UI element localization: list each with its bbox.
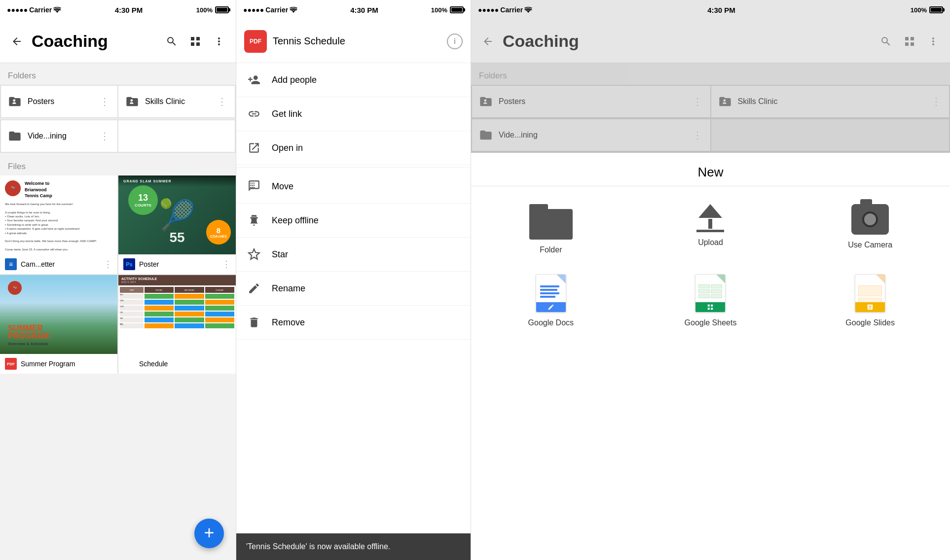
folder-item-video-training[interactable]: Vide...ining ⋮ <box>1 120 117 152</box>
sched-r2c1 <box>145 300 174 305</box>
more-button-left[interactable] <box>210 33 228 50</box>
status-carrier-left: ●●●●● Carrier <box>7 6 61 14</box>
gslides-shape <box>855 274 885 313</box>
sched-r6c2 <box>175 323 204 328</box>
menu-label-move: Move <box>272 181 293 192</box>
menu-item-remove[interactable]: Remove <box>236 306 471 340</box>
menu-divider-1 <box>236 167 471 168</box>
file-footer-schedule: Schedule <box>118 354 236 374</box>
new-item-upload[interactable]: Upload <box>631 194 791 264</box>
right-header: Coaching <box>471 20 950 63</box>
new-gslides-label: Google Slides <box>845 318 895 327</box>
gsheets-bar-icon <box>707 304 714 311</box>
right-folder-more-posters: ⋮ <box>691 94 704 109</box>
new-item-camera[interactable]: Use Camera <box>790 194 950 264</box>
pin-icon <box>246 212 262 228</box>
gsheets-green-bar <box>695 302 725 312</box>
folder-body <box>529 209 573 240</box>
file-item-schedule[interactable]: ACTIVITY SCHEDULE AUG 3, 2014 TIME FRIDA… <box>118 275 236 374</box>
right-folder-empty <box>711 119 950 151</box>
gslides-rect-1 <box>858 285 882 296</box>
files-label-left: Files <box>0 154 236 175</box>
upload-shape <box>696 204 724 232</box>
sched-row-3: 11:00 <box>120 306 234 311</box>
file-name-schedule: Schedule <box>139 360 231 368</box>
search-button-left[interactable] <box>163 33 181 50</box>
file-more-camp-letter[interactable]: ⋮ <box>104 259 112 270</box>
new-gsheets-label: Google Sheets <box>685 318 737 327</box>
trash-icon <box>246 315 262 330</box>
status-time-left: 4:30 PM <box>115 6 143 14</box>
sched-col-sun: SUNDAY <box>205 287 234 293</box>
sched-r5c1 <box>145 317 174 322</box>
fab-add-button[interactable]: + <box>194 519 224 548</box>
file-type-icon-camp-letter: ≡ <box>5 258 17 270</box>
carrier-label-right: Carrier <box>500 6 523 14</box>
menu-item-keep-offline[interactable]: Keep offline <box>236 204 471 238</box>
sched-r4c2 <box>175 312 204 316</box>
gsheets-cell-4 <box>711 289 722 293</box>
menu-item-add-people[interactable]: Add people <box>236 63 471 97</box>
new-item-google-slides[interactable]: Google Slides <box>790 264 950 337</box>
file-item-poster[interactable]: 🎾 GRAND SLAM SUMMER 13COURTS 8COAcHES 55 <box>118 175 236 274</box>
new-gdoc-icon <box>536 274 566 313</box>
right-folder-name-skills-clinic: Skills Clinic <box>738 97 925 106</box>
gsheets-cell-1 <box>698 284 710 288</box>
file-grid-left: 🎾 Welcome toBriarwoodTennis Camp We look… <box>0 175 236 374</box>
grid-button-left[interactable] <box>186 33 204 50</box>
menu-item-open-in[interactable]: Open in <box>236 131 471 165</box>
back-button-left[interactable] <box>8 33 26 50</box>
new-item-google-docs[interactable]: Google Docs <box>471 264 631 337</box>
sched-header-row: TIME FRIDAY SATURDAY SUNDAY <box>120 287 234 293</box>
file-item-camp-letter[interactable]: 🎾 Welcome toBriarwoodTennis Camp We look… <box>0 175 117 274</box>
file-footer-poster: Ps Poster ⋮ <box>118 254 236 274</box>
pdf-icon: PDF <box>244 30 267 53</box>
sched-time-1: 9:00 <box>120 294 144 299</box>
new-item-folder[interactable]: Folder <box>471 194 631 264</box>
signal-dots-right: ●●●●● <box>478 6 499 14</box>
menu-label-rename: Rename <box>272 283 305 294</box>
folder-more-video-training[interactable]: ⋮ <box>98 128 111 144</box>
new-items-grid: Folder Upload <box>471 194 950 337</box>
file-item-summer-program[interactable]: 🎾 SUMMERPROGRAM Overview & Schedule PDF … <box>0 275 117 374</box>
folder-item-skills-clinic[interactable]: Skills Clinic ⋮ <box>118 86 235 117</box>
sched-col-time: TIME <box>120 287 144 293</box>
menu-item-rename[interactable]: Rename <box>236 272 471 306</box>
middle-file-title: Tennis Schedule <box>273 35 441 47</box>
folder-item-posters[interactable]: Posters ⋮ <box>1 86 117 117</box>
gdoc-shape <box>536 274 566 313</box>
sched-title: ACTIVITY SCHEDULE <box>121 277 233 280</box>
sched-time-3: 11:00 <box>120 306 144 311</box>
menu-item-get-link[interactable]: Get link <box>236 97 471 131</box>
new-item-google-sheets[interactable]: Google Sheets <box>631 264 791 337</box>
menu-label-star: Star <box>272 249 288 260</box>
file-footer-summer-program: PDF Summer Program <box>0 354 117 374</box>
folder-personal-icon-video <box>7 128 23 144</box>
sched-time-5: 3:00 <box>120 317 144 322</box>
folder-more-posters[interactable]: ⋮ <box>98 94 111 109</box>
sched-r5c3 <box>205 317 234 322</box>
header-left: Coaching <box>0 20 236 63</box>
file-more-poster[interactable]: ⋮ <box>222 259 231 270</box>
page-title-left: Coaching <box>32 32 157 51</box>
panel-middle: ●●●●● Carrier 4:30 PM 100% PDF Tennis Sc… <box>236 0 471 560</box>
right-panel-content: ●●●●● Carrier 4:30 PM 100% Coaching <box>471 0 950 560</box>
sched-row-5: 3:00 <box>120 317 234 322</box>
gsheets-cell-6 <box>711 294 722 298</box>
menu-item-star[interactable]: Star <box>236 238 471 272</box>
right-folder-grid-1: Posters ⋮ Skills Clinic ⋮ <box>471 85 950 118</box>
folder-more-skills-clinic[interactable]: ⋮ <box>215 94 229 109</box>
sched-r4c3 <box>205 312 234 316</box>
menu-item-move[interactable]: Move <box>236 170 471 204</box>
right-folder-grid-2: Vide...ining ⋮ <box>471 118 950 152</box>
new-folder-label: Folder <box>540 245 562 254</box>
menu-label-get-link: Get link <box>272 109 302 119</box>
info-button[interactable]: i <box>447 34 463 49</box>
summer-content: 🎾 SUMMERPROGRAM Overview & Schedule <box>4 277 113 350</box>
poster-badge-courts: 13COURTS <box>128 185 158 215</box>
summer-logo: 🎾 <box>8 281 22 295</box>
poster-number-55: 55 <box>118 230 236 245</box>
sched-r2c3 <box>205 300 234 305</box>
folder-grid-left-2: Vide...ining ⋮ <box>0 119 236 153</box>
new-gdoc-label: Google Docs <box>528 318 574 327</box>
